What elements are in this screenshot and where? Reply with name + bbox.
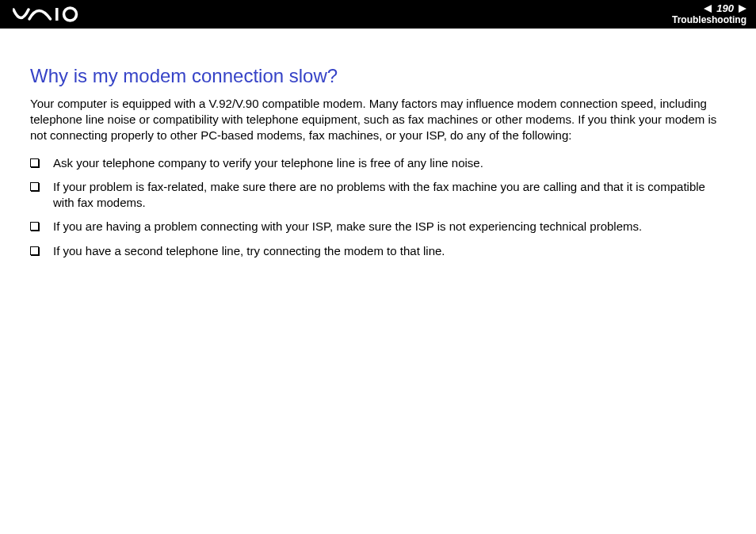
- bullet-icon: [30, 246, 39, 255]
- bullet-icon: [30, 158, 39, 167]
- page-indicator: 190: [704, 3, 746, 14]
- bullet-text: If your problem is fax-related, make sur…: [53, 179, 726, 212]
- intro-paragraph: Your computer is equipped with a V.92/V.…: [30, 96, 726, 144]
- bullet-icon: [30, 222, 39, 231]
- bullet-text: Ask your telephone company to verify you…: [53, 155, 726, 171]
- vaio-logo: [13, 6, 92, 22]
- page-number: 190: [716, 3, 734, 14]
- page-heading: Why is my modem connection slow?: [30, 65, 726, 88]
- list-item: If your problem is fax-related, make sur…: [30, 179, 726, 212]
- list-item: Ask your telephone company to verify you…: [30, 155, 726, 171]
- bullet-text: If you are having a problem connecting w…: [53, 219, 726, 235]
- section-label: Troubleshooting: [672, 15, 746, 25]
- list-item: If you have a second telephone line, try…: [30, 243, 726, 259]
- bullet-text: If you have a second telephone line, try…: [53, 243, 726, 259]
- list-item: If you are having a problem connecting w…: [30, 219, 726, 235]
- svg-point-1: [64, 8, 77, 21]
- header-bar: 190 Troubleshooting: [0, 0, 756, 29]
- bullet-list: Ask your telephone company to verify you…: [30, 155, 726, 259]
- svg-rect-0: [55, 8, 59, 21]
- bullet-icon: [30, 182, 39, 191]
- page-content: Why is my modem connection slow? Your co…: [0, 29, 756, 259]
- prev-page-arrow-icon[interactable]: [704, 5, 712, 13]
- header-right: 190 Troubleshooting: [672, 3, 746, 25]
- next-page-arrow-icon[interactable]: [739, 5, 746, 13]
